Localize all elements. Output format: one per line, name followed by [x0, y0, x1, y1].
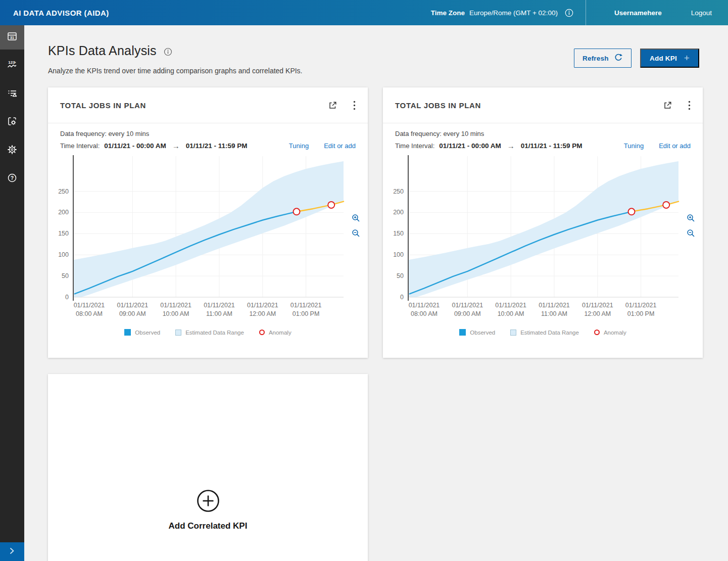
sidebar-item-alerts[interactable] — [0, 82, 24, 106]
svg-text:01/11/2021: 01/11/2021 — [625, 302, 657, 309]
svg-text:31: 31 — [10, 36, 14, 39]
svg-text:01/11/2021: 01/11/2021 — [160, 302, 191, 309]
sidebar-item-help[interactable]: ? — [0, 167, 24, 191]
refresh-button-label: Refresh — [583, 55, 609, 62]
svg-text:01/11/2021: 01/11/2021 — [204, 302, 235, 309]
sidebar-item-kpi-trend[interactable]: 123 — [0, 54, 24, 78]
legend-label: Observed — [470, 330, 495, 336]
svg-text:100: 100 — [393, 251, 404, 258]
svg-text:09:00 AM: 09:00 AM — [454, 310, 481, 317]
kpi-chart: 05010015020025001/11/202108:00 AM01/11/2… — [383, 152, 703, 329]
svg-text:01/11/2021: 01/11/2021 — [539, 302, 570, 309]
time-zone-value: Europe/Rome (GMT + 02:00) — [469, 9, 558, 17]
legend-item: Observed — [459, 329, 495, 336]
user-group: Usernamehere Logout — [586, 9, 728, 17]
data-frequency-text: Data frequency: every 10 mins — [60, 130, 356, 137]
svg-text:01/11/2021: 01/11/2021 — [452, 302, 483, 309]
svg-text:0: 0 — [65, 294, 69, 301]
top-bar-right: Time Zone Europe/Rome (GMT + 02:00) User… — [431, 0, 728, 25]
zoom-out-icon[interactable] — [351, 228, 361, 239]
zoom-in-icon[interactable] — [351, 213, 361, 223]
legend-label: Estimated Data Range — [520, 330, 579, 336]
legend-item: Estimated Data Range — [175, 330, 244, 336]
alert-list-icon — [7, 87, 18, 101]
svg-text:01:00 PM: 01:00 PM — [627, 310, 655, 317]
svg-text:08:00 AM: 08:00 AM — [76, 310, 103, 317]
page-header: KPIs Data Analysis Analyze the KPIs tren… — [24, 25, 728, 75]
kpi-chart: 05010015020025001/11/202108:00 AM01/11/2… — [48, 152, 368, 329]
plus-icon: + — [684, 53, 690, 64]
page-title-info-icon[interactable] — [164, 48, 172, 56]
svg-text:01:00 PM: 01:00 PM — [293, 310, 320, 317]
kpi-trend-123-icon: 123 — [7, 59, 18, 72]
svg-text:01/11/2021: 01/11/2021 — [582, 302, 613, 309]
svg-text:01/11/2021: 01/11/2021 — [409, 302, 440, 309]
arrow-right-icon: → — [172, 142, 180, 150]
svg-text:50: 50 — [62, 272, 69, 279]
kpi-card-left: TOTAL JOBS IN PLAN Data frequency: every… — [48, 87, 368, 358]
edit-or-add-link[interactable]: Edit or add — [324, 142, 356, 150]
sidebar-item-dashboard[interactable]: 31 — [0, 25, 24, 50]
sidebar: 31 123 ? — [0, 25, 24, 561]
page-subtitle: Analyze the KPIs trend over time adding … — [48, 67, 703, 75]
zoom-out-icon[interactable] — [686, 228, 696, 239]
kpi-cards-row: TOTAL JOBS IN PLAN Data frequency: every… — [48, 87, 703, 358]
tuning-link[interactable]: Tuning — [624, 142, 644, 150]
svg-text:100: 100 — [58, 251, 69, 258]
chart-legend: ObservedEstimated Data RangeAnomaly — [383, 329, 703, 336]
svg-text:11:00 AM: 11:00 AM — [541, 310, 567, 317]
page-title: KPIs Data Analysis — [48, 43, 157, 58]
app-title: AI DATA ADVISOR (AIDA) — [0, 9, 109, 17]
time-zone-label: Time Zone — [431, 9, 465, 17]
chevron-right-icon — [10, 547, 15, 556]
kebab-menu-button[interactable] — [352, 100, 357, 111]
add-correlated-kpi-card[interactable]: Add Correlated KPI — [48, 374, 368, 561]
svg-text:50: 50 — [397, 272, 404, 279]
svg-text:150: 150 — [393, 230, 404, 237]
kpi-settings-icon — [7, 116, 18, 129]
legend-label: Anomaly — [604, 330, 626, 336]
svg-text:01/11/2021: 01/11/2021 — [74, 302, 105, 309]
time-zone-group: Time Zone Europe/Rome (GMT + 02:00) — [431, 9, 586, 17]
time-interval-from: 01/11/21 - 00:00 AM — [104, 142, 166, 150]
time-interval-to: 01/11/21 - 11:59 PM — [521, 142, 583, 150]
chart-legend: ObservedEstimated Data RangeAnomaly — [48, 329, 368, 336]
legend-item: Estimated Data Range — [510, 330, 579, 336]
tuning-link[interactable]: Tuning — [289, 142, 309, 150]
open-in-new-window-button[interactable] — [662, 100, 673, 111]
svg-text:150: 150 — [58, 230, 69, 237]
open-in-new-window-button[interactable] — [327, 100, 338, 111]
settings-gear-icon — [7, 144, 18, 157]
kebab-menu-button[interactable] — [687, 100, 692, 111]
sidebar-item-kpi-config[interactable] — [0, 110, 24, 134]
svg-text:09:00 AM: 09:00 AM — [119, 310, 146, 317]
add-kpi-button[interactable]: Add KPI + — [640, 49, 699, 68]
username[interactable]: Usernamehere — [586, 9, 691, 17]
expand-sidebar-button[interactable] — [0, 542, 24, 561]
svg-text:123: 123 — [8, 60, 15, 65]
svg-text:250: 250 — [393, 188, 404, 195]
logout-button[interactable]: Logout — [691, 9, 728, 17]
zoom-in-icon[interactable] — [686, 213, 696, 223]
add-kpi-button-label: Add KPI — [650, 55, 677, 62]
refresh-button[interactable]: Refresh — [574, 49, 632, 68]
svg-text:01/11/2021: 01/11/2021 — [247, 302, 278, 309]
refresh-icon — [614, 53, 623, 64]
kpi-card-title: TOTAL JOBS IN PLAN — [395, 101, 481, 110]
calendar-dashboard-icon: 31 — [7, 31, 18, 44]
edit-or-add-link[interactable]: Edit or add — [659, 142, 691, 150]
legend-swatch-icon — [124, 329, 131, 336]
svg-text:11:00 AM: 11:00 AM — [206, 310, 232, 317]
kpi-card-title: TOTAL JOBS IN PLAN — [60, 101, 146, 110]
svg-text:?: ? — [11, 175, 14, 181]
svg-text:0: 0 — [400, 294, 404, 301]
legend-label: Anomaly — [269, 330, 292, 336]
time-interval-to: 01/11/21 - 11:59 PM — [186, 142, 248, 150]
legend-item: Anomaly — [594, 330, 626, 336]
legend-swatch-icon — [510, 330, 516, 336]
time-zone-info-icon[interactable] — [565, 9, 573, 17]
legend-swatch-icon — [175, 330, 181, 336]
data-frequency-text: Data frequency: every 10 mins — [395, 130, 691, 137]
sidebar-item-settings[interactable] — [0, 138, 24, 163]
top-bar: AI DATA ADVISOR (AIDA) Time Zone Europe/… — [0, 0, 728, 25]
